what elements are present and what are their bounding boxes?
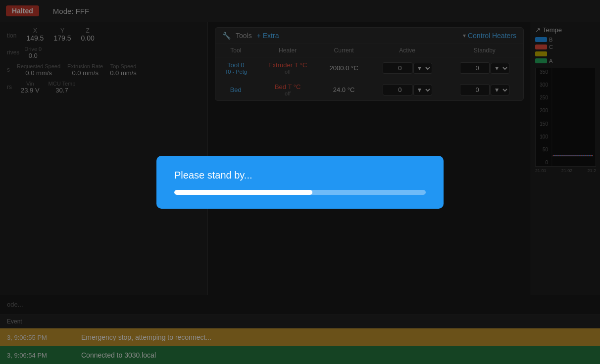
progress-bar-fill (174, 190, 312, 195)
progress-title: Please stand by... (174, 170, 426, 181)
progress-modal: Please stand by... (156, 156, 444, 209)
progress-overlay: Please stand by... (0, 0, 600, 364)
progress-bar-background (174, 190, 426, 195)
